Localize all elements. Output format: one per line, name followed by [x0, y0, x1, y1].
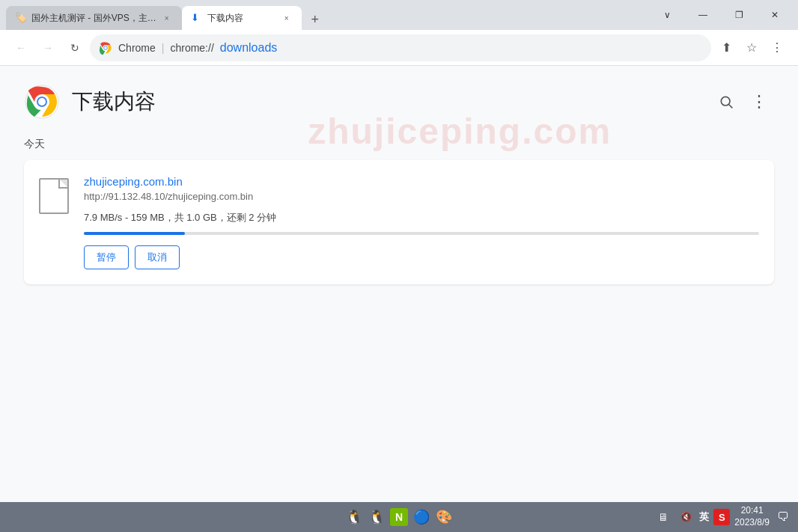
download-card: zhujiceping.com.bin http://91.132.48.10/…	[24, 160, 774, 284]
taskbar-date-value: 2023/8/9	[734, 517, 770, 529]
titlebar: 🏷️ 国外主机测评 - 国外VPS，主… × ⬇ 下载内容 × + ∨ — ❐ …	[0, 0, 798, 30]
page-more-button[interactable]: ⋮	[744, 87, 774, 117]
taskbar-icon-penguin2[interactable]: 🐧	[368, 508, 386, 526]
more-button[interactable]: ⋮	[765, 36, 789, 60]
svg-point-5	[38, 98, 46, 106]
page-header: 下载内容 ⋮	[24, 84, 774, 120]
page-content: zhujiceping.com 下载内容 ⋮ 今天	[0, 66, 798, 502]
taskbar-right: 🖥 🔇 英 S 20:41 2023/8/9 🗨	[453, 505, 792, 528]
file-icon	[39, 178, 69, 214]
search-icon-button[interactable]	[711, 87, 741, 117]
tab2-favicon: ⬇	[191, 12, 203, 24]
taskbar-datetime: 20:41 2023/8/9	[734, 505, 770, 528]
restore-button[interactable]: ❐	[722, 3, 756, 27]
taskbar-icon-display[interactable]: 🖥	[654, 508, 672, 526]
address-bar[interactable]: Chrome | chrome://downloads	[90, 34, 711, 61]
new-tab-button[interactable]: +	[305, 9, 326, 30]
svg-point-6	[721, 97, 730, 106]
chrome-logo-large-icon	[24, 84, 60, 120]
page-title: 下载内容	[72, 88, 156, 116]
taskbar-time-value: 20:41	[734, 505, 770, 517]
cancel-button[interactable]: 取消	[135, 245, 180, 269]
tab2-title: 下载内容	[207, 12, 276, 25]
chrome-logo-icon	[99, 41, 112, 55]
page-header-actions: ⋮	[711, 87, 774, 117]
tab1-title: 国外主机测评 - 国外VPS，主…	[31, 12, 156, 25]
pause-button[interactable]: 暂停	[84, 245, 129, 269]
section-today-label: 今天	[24, 138, 774, 151]
taskbar-icon-nvidia[interactable]: N	[390, 508, 408, 526]
lang-indicator[interactable]: 英	[699, 510, 709, 524]
address-site-name: Chrome	[118, 42, 156, 54]
download-filename[interactable]: zhujiceping.com.bin	[84, 175, 759, 188]
tab-2[interactable]: ⬇ 下载内容 ×	[182, 6, 302, 30]
toolbar-actions: ⬆ ☆ ⋮	[714, 36, 789, 60]
download-status: 7.9 MB/s - 159 MB，共 1.0 GB，还剩 2 分钟	[84, 211, 759, 224]
download-info: zhujiceping.com.bin http://91.132.48.10/…	[84, 175, 759, 269]
progress-bar-fill	[84, 232, 185, 235]
svg-line-7	[729, 105, 733, 108]
download-actions: 暂停 取消	[84, 245, 759, 269]
taskbar-icon-volume[interactable]: 🔇	[677, 508, 695, 526]
address-separator: |	[162, 42, 165, 54]
tab-1[interactable]: 🏷️ 国外主机测评 - 国外VPS，主… ×	[6, 6, 182, 30]
file-icon-wrap	[36, 175, 72, 217]
chevron-down-button[interactable]: ∨	[650, 3, 684, 27]
taskbar-icon-bluetooth[interactable]: 🔵	[412, 508, 430, 526]
taskbar-sogou-button[interactable]: S	[713, 509, 730, 525]
download-url: http://91.132.48.10/zhujiceping.com.bin	[84, 191, 759, 202]
address-url-start: chrome://	[170, 42, 213, 54]
progress-bar-background	[84, 232, 759, 235]
taskbar: 🐧 🐧 N 🔵 🎨 🖥 🔇 英 S 20:41 2023/8/9 🗨	[0, 502, 798, 532]
share-button[interactable]: ⬆	[714, 36, 738, 60]
tab2-close[interactable]: ×	[281, 12, 293, 24]
window-controls: ∨ — ❐ ✕	[650, 3, 792, 27]
svg-point-2	[104, 46, 107, 49]
minimize-button[interactable]: —	[686, 3, 720, 27]
taskbar-notify-button[interactable]: 🗨	[774, 508, 792, 526]
taskbar-icon-penguin1[interactable]: 🐧	[345, 508, 363, 526]
tab1-close[interactable]: ×	[161, 12, 173, 24]
address-url-highlight: downloads	[220, 41, 278, 55]
bookmark-button[interactable]: ☆	[740, 36, 764, 60]
back-button[interactable]: ←	[9, 36, 33, 60]
forward-button[interactable]: →	[36, 36, 60, 60]
taskbar-center: 🐧 🐧 N 🔵 🎨	[345, 508, 453, 526]
tab1-favicon: 🏷️	[15, 12, 27, 24]
tab-group: 🏷️ 国外主机测评 - 国外VPS，主… × ⬇ 下载内容 × +	[6, 0, 644, 30]
toolbar: ← → ↻ Chrome | chrome://downloads ⬆ ☆ ⋮	[0, 30, 798, 66]
taskbar-icon-color[interactable]: 🎨	[435, 508, 453, 526]
reload-button[interactable]: ↻	[63, 36, 87, 60]
close-button[interactable]: ✕	[758, 3, 792, 27]
